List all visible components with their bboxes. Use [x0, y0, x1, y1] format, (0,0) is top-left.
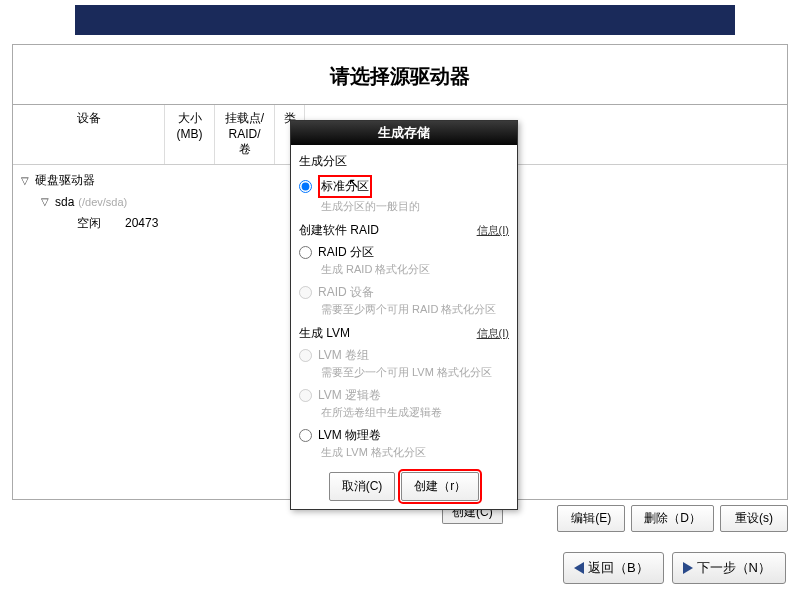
back-label: 返回（B） — [588, 559, 649, 577]
radio-label: LVM 物理卷 — [318, 427, 381, 444]
radio-input-raid-device — [299, 286, 312, 299]
highlight-annotation: 标准分区 ↖ — [318, 175, 372, 198]
radio-standard-partition[interactable]: 标准分区 ↖ — [299, 172, 509, 199]
expand-toggle-icon[interactable]: ▽ — [21, 175, 35, 186]
top-banner — [75, 5, 735, 35]
radio-desc: 在所选卷组中生成逻辑卷 — [299, 405, 509, 424]
radio-desc: 需要至少两个可用 RAID 格式化分区 — [299, 302, 509, 321]
create-button[interactable]: 创建（r） — [401, 472, 479, 501]
col-size[interactable]: 大小 (MB) — [165, 105, 215, 164]
dialog-button-row: 取消(C) 创建（r） — [299, 464, 509, 501]
radio-desc: 需要至少一个可用 LVM 格式化分区 — [299, 365, 509, 384]
device-path: (/dev/sda) — [78, 196, 127, 208]
info-link-raid[interactable]: 信息(I) — [477, 223, 509, 238]
radio-input-raid-partition[interactable] — [299, 246, 312, 259]
radio-raid-device: RAID 设备 — [299, 281, 509, 302]
next-label: 下一步（N） — [697, 559, 771, 577]
section-text: 创建软件 RAID — [299, 222, 379, 239]
radio-lvm-pv[interactable]: LVM 物理卷 — [299, 424, 509, 445]
expand-toggle-icon[interactable]: ▽ — [41, 196, 55, 207]
radio-desc: 生成 RAID 格式化分区 — [299, 262, 509, 281]
next-button[interactable]: 下一步（N） — [672, 552, 786, 584]
radio-label: LVM 逻辑卷 — [318, 387, 381, 404]
dialog-title: 生成存储 — [291, 121, 517, 145]
delete-button[interactable]: 删除（D） — [631, 505, 714, 532]
radio-desc: 生成分区的一般目的 — [299, 199, 509, 218]
tree-label: 空闲 — [77, 215, 101, 232]
section-create-lvm: 生成 LVM 信息(I) — [299, 321, 509, 344]
nav-button-bar: 返回（B） 下一步（N） — [563, 552, 786, 584]
section-create-raid: 创建软件 RAID 信息(I) — [299, 218, 509, 241]
col-device[interactable]: 设备 — [13, 105, 165, 164]
radio-input-standard[interactable] — [299, 180, 312, 193]
arrow-right-icon — [683, 562, 693, 574]
create-storage-dialog: 生成存储 生成分区 标准分区 ↖ 生成分区的一般目的 创建软件 RAID 信息(… — [290, 120, 518, 510]
radio-label: 标准分区 — [321, 179, 369, 193]
radio-lvm-vg: LVM 卷组 — [299, 344, 509, 365]
radio-input-lvm-vg — [299, 349, 312, 362]
cancel-button[interactable]: 取消(C) — [329, 472, 396, 501]
tree-label: sda — [55, 195, 74, 209]
radio-label: LVM 卷组 — [318, 347, 369, 364]
page-title: 请选择源驱动器 — [13, 45, 787, 104]
tree-label: 硬盘驱动器 — [35, 172, 95, 189]
edit-button[interactable]: 编辑(E) — [557, 505, 625, 532]
radio-desc: 生成 LVM 格式化分区 — [299, 445, 509, 464]
info-link-lvm[interactable]: 信息(I) — [477, 326, 509, 341]
radio-label: RAID 分区 — [318, 244, 374, 261]
radio-input-lvm-pv[interactable] — [299, 429, 312, 442]
radio-input-lvm-lv — [299, 389, 312, 402]
section-text: 生成 LVM — [299, 325, 350, 342]
radio-raid-partition[interactable]: RAID 分区 — [299, 241, 509, 262]
section-create-partition: 生成分区 — [299, 149, 509, 172]
radio-label: RAID 设备 — [318, 284, 374, 301]
back-button[interactable]: 返回（B） — [563, 552, 664, 584]
arrow-left-icon — [574, 562, 584, 574]
col-mount[interactable]: 挂载点/ RAID/卷 — [215, 105, 275, 164]
free-size: 20473 — [125, 216, 158, 230]
radio-lvm-lv: LVM 逻辑卷 — [299, 384, 509, 405]
dialog-body: 生成分区 标准分区 ↖ 生成分区的一般目的 创建软件 RAID 信息(I) RA… — [291, 145, 517, 509]
reset-button[interactable]: 重设(s) — [720, 505, 788, 532]
